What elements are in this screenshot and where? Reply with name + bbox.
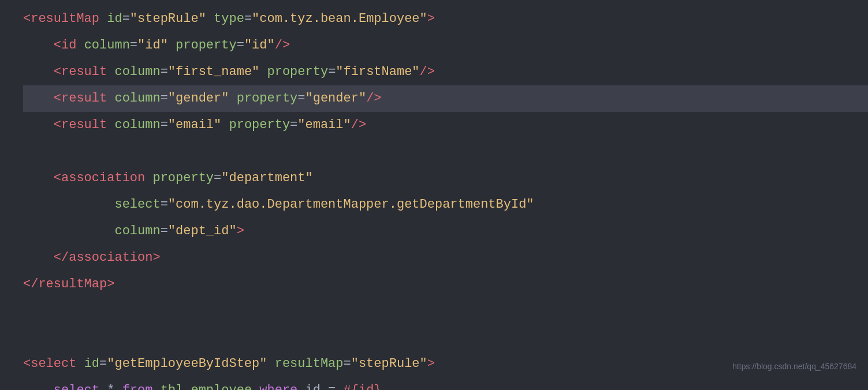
code-line: select="com.tyz.dao.DepartmentMapper.get… <box>23 192 868 218</box>
code-line <box>23 298 868 324</box>
code-line: column="dept_id"> <box>23 218 868 245</box>
code-editor: <resultMap id="stepRule" type="com.tyz.b… <box>0 0 868 390</box>
code-line: <id column="id" property="id"/> <box>23 32 868 59</box>
code-line: <result column="email" property="email"/… <box>23 112 868 138</box>
code-line: <association property="department" <box>23 165 868 192</box>
code-line <box>23 138 868 165</box>
code-line: </resultMap> <box>23 271 868 298</box>
code-line: <resultMap id="stepRule" type="com.tyz.b… <box>23 6 868 32</box>
code-line: </association> <box>23 245 868 271</box>
code-line <box>23 324 868 351</box>
code-line: <result column="first_name" property="fi… <box>23 59 868 85</box>
code-line: <result column="gender" property="gender… <box>23 85 868 112</box>
watermark: https://blog.csdn.net/qq_45627684 <box>732 353 856 380</box>
